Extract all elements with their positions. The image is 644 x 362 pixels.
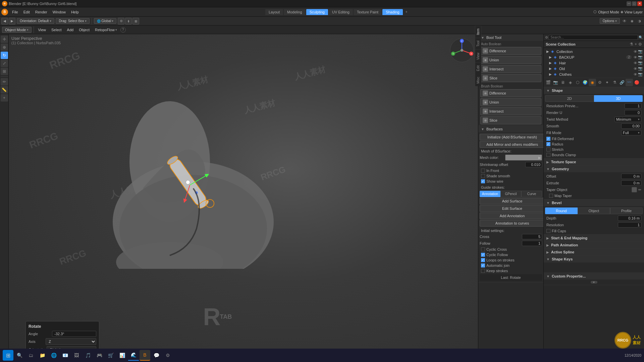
- show-wire-checkbox[interactable]: ✓: [481, 179, 485, 183]
- bounds-clamp-row[interactable]: Bounds Clamp: [544, 152, 644, 158]
- cyclic-cross-row[interactable]: Cyclic Cross: [478, 247, 543, 252]
- games-btn[interactable]: 🎮: [94, 350, 105, 361]
- fill-deformed-checkbox[interactable]: ✓: [546, 137, 550, 141]
- tool-scale[interactable]: ⤢: [1, 60, 8, 67]
- task-view-btn[interactable]: 🗂: [25, 350, 36, 361]
- smooth-value[interactable]: 0.00: [621, 123, 641, 129]
- mail-btn[interactable]: 📧: [60, 350, 70, 361]
- start-end-header[interactable]: ▶ Start & End Mapping: [544, 235, 644, 241]
- collection-item-clothes[interactable]: ▶ ◈ Clothes 👁 📷: [544, 71, 644, 77]
- guide-tab-curve[interactable]: Curve: [521, 191, 542, 197]
- angle-value[interactable]: -32.3°: [52, 331, 96, 337]
- bevel-depth-value[interactable]: 0.16 m: [618, 216, 641, 221]
- add-workspace-tab[interactable]: +: [404, 9, 410, 15]
- shape-3d-btn[interactable]: 3D: [594, 95, 643, 102]
- collection-item-backup[interactable]: ▶ ◈ BACKUP 2 👁 📷: [544, 54, 644, 60]
- tool-rotate[interactable]: ↻: [1, 52, 8, 59]
- maximize-btn[interactable]: □: [632, 1, 637, 6]
- collection-filter-icon[interactable]: ⚗: [630, 42, 633, 47]
- brush-intersect-btn[interactable]: ⊗ Intersect: [480, 107, 541, 115]
- props-modifier-icon[interactable]: ⚙: [596, 79, 603, 86]
- menu-help[interactable]: Help: [68, 9, 82, 15]
- workspace-tab-modeling[interactable]: Modeling: [284, 9, 306, 15]
- shade-smooth-row[interactable]: Shade smooth: [478, 173, 543, 179]
- shading-icon[interactable]: ◑: [636, 18, 643, 24]
- falloff-icon[interactable]: ⧫: [125, 18, 132, 24]
- props-object-icon[interactable]: ◉: [589, 79, 596, 86]
- close-btn[interactable]: ✕: [637, 1, 642, 6]
- view-icon[interactable]: 👁: [621, 18, 628, 24]
- side-tab-item[interactable]: Item: [478, 34, 481, 38]
- tool-annotate[interactable]: ✏: [1, 78, 8, 85]
- props-particles-icon[interactable]: ✦: [603, 79, 611, 86]
- discord-btn[interactable]: 💬: [151, 350, 162, 361]
- automatic-join-row[interactable]: ✓ Automatic join: [478, 263, 543, 268]
- keep-strokes-row[interactable]: Keep strokes: [478, 268, 543, 274]
- add-annotation-btn[interactable]: Add Annotation: [480, 213, 543, 219]
- tool-move[interactable]: ⊕: [1, 44, 8, 51]
- scroll-down-indicator[interactable]: ▼: [591, 281, 597, 284]
- menu-render[interactable]: Render: [33, 9, 50, 15]
- blender-taskbar-btn[interactable]: B: [140, 350, 150, 361]
- material-icon[interactable]: ◉: [629, 18, 635, 24]
- collection-item-old[interactable]: ▶ ◈ Old 👁 📷: [544, 66, 644, 71]
- collection-item-hair[interactable]: ▶ ◈ Hair 👁 📷: [544, 60, 644, 66]
- office-btn[interactable]: 📊: [117, 350, 127, 361]
- axis-select[interactable]: Z X Y: [46, 338, 96, 345]
- nav-btn-1[interactable]: ◀: [1, 18, 8, 24]
- nav-gizmo[interactable]: Z X Y: [448, 37, 475, 64]
- loops-on-strokes-row[interactable]: ✓ Loops on strokes: [478, 257, 543, 263]
- path-animation-header[interactable]: ▶ Path Animation: [544, 242, 644, 248]
- view-menu[interactable]: View: [36, 27, 48, 33]
- render-icon-hair[interactable]: 📷: [638, 61, 643, 65]
- edge-btn[interactable]: 🌊: [128, 350, 139, 361]
- eye-icon-clothes[interactable]: 👁: [634, 72, 637, 76]
- render-icon-old[interactable]: 📷: [638, 66, 643, 71]
- shape-2d-btn[interactable]: 2D: [545, 95, 594, 102]
- props-scene-icon[interactable]: 🎬: [544, 79, 552, 86]
- brush-union-btn[interactable]: ⊕ Union: [480, 98, 541, 106]
- side-tab-tool[interactable]: Tool: [478, 38, 481, 49]
- help-icon[interactable]: ?: [120, 27, 126, 33]
- add-surface-btn[interactable]: Add Surface: [480, 198, 543, 204]
- global-btn[interactable]: 🌐Global▾: [94, 18, 116, 24]
- magnet-icon[interactable]: ⊕: [118, 18, 124, 24]
- props-scene2-icon[interactable]: ⬡: [574, 79, 581, 86]
- keep-strokes-checkbox[interactable]: [481, 269, 485, 273]
- offset-value[interactable]: 0 m: [621, 174, 641, 179]
- tool-transform[interactable]: ⊞: [1, 68, 8, 75]
- orientation-btn[interactable]: Orientation: Default▾: [17, 18, 54, 24]
- collection-add-icon[interactable]: +: [635, 42, 637, 47]
- bsurfaces-header[interactable]: ▼ Bsurfaces: [478, 126, 543, 132]
- active-spline-header[interactable]: ▶ Active Spline: [544, 249, 644, 255]
- mesh-color-picker[interactable]: ▶: [505, 155, 542, 161]
- geometry-header[interactable]: ▼ Geometry: [544, 166, 644, 172]
- select-menu[interactable]: Select: [49, 27, 64, 33]
- bool-tool-header[interactable]: ▼ Bool Tool: [478, 34, 543, 41]
- cyclic-cross-checkbox[interactable]: [481, 247, 485, 251]
- props-view-layer-icon[interactable]: ◈: [567, 79, 574, 86]
- texture-space-header[interactable]: ▶ Texture Space: [544, 159, 644, 165]
- loops-on-strokes-checkbox[interactable]: ✓: [481, 258, 485, 262]
- shrinkwrap-value[interactable]: 0.010: [525, 162, 542, 167]
- bevel-object-btn[interactable]: Object: [578, 207, 610, 214]
- collection-settings-icon[interactable]: ⚙: [638, 42, 642, 47]
- music-btn[interactable]: 🎵: [83, 350, 93, 361]
- fill-mode-value[interactable]: Full▾: [621, 130, 641, 135]
- auto-difference-btn[interactable]: ⊖ Difference: [480, 47, 541, 55]
- props-output-icon[interactable]: 🖥: [559, 79, 567, 86]
- tool-cursor[interactable]: ✛: [1, 36, 8, 43]
- brush-slice-btn[interactable]: ⊘ Slice: [480, 116, 541, 124]
- workspace-tab-shading[interactable]: Shading: [382, 9, 402, 15]
- custom-properties-header[interactable]: ▼ Custom Propertie...: [544, 273, 644, 280]
- add-menu[interactable]: Add: [65, 27, 76, 33]
- auto-union-btn[interactable]: ⊕ Union: [480, 56, 541, 64]
- eye-icon-0[interactable]: 👁: [634, 50, 637, 54]
- search-btn[interactable]: 🔍: [14, 350, 25, 361]
- props-material-icon[interactable]: 🔴: [633, 79, 640, 86]
- brush-difference-btn[interactable]: ⊖ Difference: [480, 89, 541, 97]
- props-physics-icon[interactable]: ⚗: [611, 79, 618, 86]
- object-menu[interactable]: Object: [77, 27, 92, 33]
- side-tab-edit[interactable]: Edit: [478, 62, 481, 74]
- steam-btn[interactable]: ⚙: [162, 350, 173, 361]
